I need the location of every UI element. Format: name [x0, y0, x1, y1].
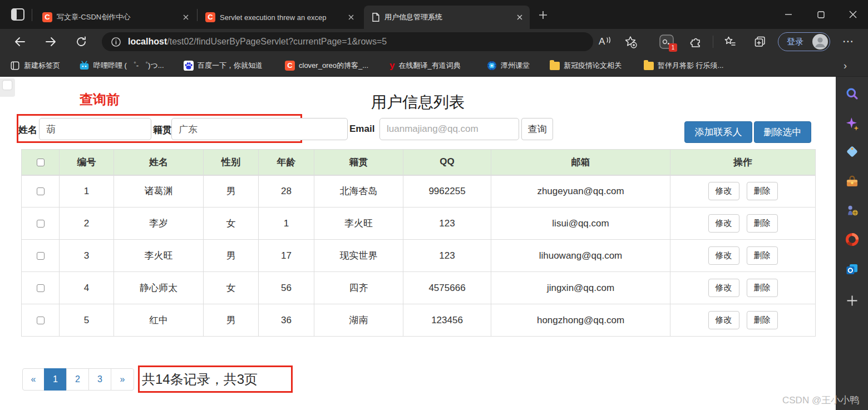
- bookmark-folder-covid[interactable]: 新冠疫情论文相关: [550, 59, 622, 72]
- tab-title: Servlet execution threw an excep: [220, 13, 342, 22]
- refresh-icon[interactable]: [75, 35, 88, 48]
- url-path: /test02/findUserByPageServlet?currentPag…: [167, 37, 387, 47]
- pagination-next[interactable]: »: [111, 368, 134, 391]
- sidebar-search-icon[interactable]: [845, 86, 860, 101]
- tab-separator: [32, 9, 32, 21]
- sidebar-office-icon[interactable]: [845, 232, 860, 247]
- add-contact-button[interactable]: 添加联系人: [684, 121, 752, 143]
- column-header-qq: QQ: [403, 150, 491, 175]
- row-checkbox[interactable]: [37, 284, 45, 292]
- bookmark-new-tab[interactable]: 新建标签页: [10, 59, 60, 72]
- delete-button[interactable]: 删除: [747, 279, 778, 297]
- select-all-checkbox[interactable]: [37, 159, 45, 166]
- column-header-id: 编号: [60, 150, 114, 175]
- csdn-icon: C: [42, 12, 52, 22]
- origin-input[interactable]: [171, 118, 348, 140]
- read-aloud-icon[interactable]: A: [599, 35, 612, 48]
- tab-close-icon[interactable]: [515, 13, 524, 22]
- toolbar-separator: [713, 36, 713, 48]
- new-tab-button[interactable]: [536, 8, 550, 22]
- name-input[interactable]: [39, 118, 151, 140]
- url-host: localhost: [128, 37, 167, 47]
- extension-badge: 1: [669, 43, 677, 52]
- favorites-icon[interactable]: [723, 35, 737, 48]
- close-button[interactable]: [840, 0, 866, 29]
- column-header-email: 邮箱: [491, 150, 670, 175]
- row-checkbox[interactable]: [37, 220, 45, 228]
- record-count-summary: 共14条记录，共3页: [142, 372, 258, 387]
- pagination-page-3[interactable]: 3: [88, 368, 111, 391]
- tab-servlet-error[interactable]: C Servlet execution threw an excep: [199, 6, 361, 29]
- tab-actions-menu-icon[interactable]: [10, 7, 26, 22]
- table-row: 4 静心师太 女 56 四齐 4575666 jingxin@qq.com 修改…: [22, 272, 816, 304]
- pagination-prev[interactable]: «: [22, 368, 45, 391]
- delete-selected-button[interactable]: 删除选中: [754, 121, 811, 143]
- tab-csdn-write[interactable]: C 写文章-CSDN创作中心: [36, 6, 196, 29]
- bookmark-csdn-blog[interactable]: C clover_oreo的博客_...: [285, 59, 368, 72]
- sidebar-copilot-icon[interactable]: [845, 116, 860, 131]
- tab-title: 写文章-CSDN创作中心: [57, 12, 177, 22]
- site-info-icon[interactable]: [111, 37, 121, 47]
- delete-button[interactable]: 删除: [747, 311, 778, 329]
- row-checkbox[interactable]: [37, 252, 45, 260]
- edit-button[interactable]: 修改: [708, 246, 739, 265]
- table-header-row: 编号 姓名 性别 年龄 籍贯 QQ 邮箱 操作: [22, 150, 816, 175]
- page-title: 用户信息列表: [0, 92, 836, 113]
- pagination-page-2[interactable]: 2: [66, 368, 89, 391]
- delete-button[interactable]: 删除: [747, 214, 778, 233]
- back-icon[interactable]: [13, 35, 27, 48]
- table-row: 1 诸葛渊 男 28 北海杏岛 9962255 zhugeyuan@qq.com…: [22, 175, 816, 208]
- bookmark-tanzhou[interactable]: 潭州课堂: [487, 59, 530, 72]
- login-label: 登录: [787, 37, 803, 47]
- query-button[interactable]: 查询: [521, 118, 553, 140]
- extension-notification-icon[interactable]: 1: [659, 34, 674, 50]
- pagination-page-1[interactable]: 1: [44, 368, 67, 391]
- users-table: 编号 姓名 性别 年龄 籍贯 QQ 邮箱 操作 1 诸葛渊 男 28 北海: [21, 149, 816, 337]
- edit-button[interactable]: 修改: [708, 214, 739, 233]
- bookmark-youdao[interactable]: y 在线翻译_有道词典: [389, 59, 461, 72]
- bookmarks-overflow-chevron-icon[interactable]: ›: [844, 59, 847, 72]
- maximize-button[interactable]: [808, 0, 834, 29]
- sidebar-add-icon[interactable]: [845, 293, 860, 308]
- pagination: « 1 2 3 »: [22, 368, 134, 391]
- row-checkbox[interactable]: [37, 317, 45, 324]
- add-favorite-icon[interactable]: [624, 35, 637, 48]
- tanzhou-icon: [487, 61, 497, 71]
- web-page-content: 查询前 用户信息列表 姓名 籍贯 Email 查询 添加联系人 删除选中 编号 …: [0, 77, 836, 410]
- row-checkbox[interactable]: [37, 187, 45, 195]
- tab-separator: [197, 9, 198, 21]
- column-header-gender: 性别: [204, 150, 259, 175]
- sidebar-shopping-icon[interactable]: [845, 144, 860, 159]
- edit-button[interactable]: 修改: [708, 279, 739, 297]
- sidebar-outlook-icon[interactable]: [845, 261, 860, 276]
- extensions-icon[interactable]: [689, 35, 703, 48]
- tab-user-info-system[interactable]: 用户信息管理系统: [364, 6, 530, 29]
- page-icon: [371, 12, 380, 22]
- minimize-button[interactable]: [776, 0, 801, 29]
- tab-title: 用户信息管理系统: [384, 12, 511, 22]
- folder-icon: [644, 62, 654, 70]
- address-bar[interactable]: localhost/test02/findUserByPageServlet?c…: [102, 32, 593, 51]
- bookmark-folder-poem[interactable]: 暂伴月将影 行乐须...: [644, 59, 723, 72]
- youdao-icon: y: [389, 60, 394, 71]
- forward-icon[interactable]: [44, 35, 57, 48]
- edit-button[interactable]: 修改: [708, 311, 739, 329]
- collections-icon[interactable]: [753, 35, 767, 48]
- csdn-icon: C: [285, 61, 295, 71]
- csdn-icon: C: [205, 12, 215, 22]
- settings-more-icon[interactable]: ⋯: [842, 35, 856, 48]
- login-button[interactable]: 登录: [778, 32, 830, 51]
- sidebar-games-icon[interactable]: [845, 203, 860, 218]
- journal-icon: [10, 61, 20, 71]
- tab-close-icon[interactable]: [347, 13, 356, 22]
- bookmark-bilibili[interactable]: 哔哩哔哩 ( ゜- ゜)つ...: [79, 59, 164, 72]
- bookmark-baidu[interactable]: 百度一下，你就知道: [184, 59, 263, 72]
- tab-close-icon[interactable]: [181, 13, 190, 22]
- sidebar-toolbox-icon[interactable]: [845, 174, 860, 189]
- email-input[interactable]: [379, 118, 519, 140]
- email-label: Email: [349, 124, 374, 135]
- edit-button[interactable]: 修改: [708, 182, 739, 200]
- delete-button[interactable]: 删除: [747, 246, 778, 265]
- delete-button[interactable]: 删除: [747, 182, 778, 200]
- column-header-age: 年龄: [259, 150, 314, 175]
